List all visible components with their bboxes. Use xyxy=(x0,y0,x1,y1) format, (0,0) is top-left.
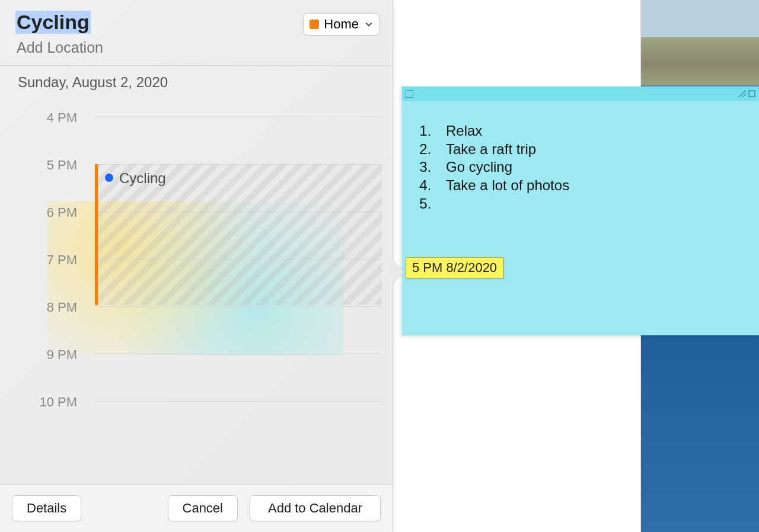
event-header: Cycling Home xyxy=(0,0,393,65)
resize-icon[interactable] xyxy=(739,90,746,97)
hour-row: 10 PM xyxy=(0,401,382,448)
add-to-calendar-button[interactable]: Add to Calendar xyxy=(250,495,381,521)
hour-label: 5 PM xyxy=(0,158,89,173)
list-item[interactable]: Relax xyxy=(435,122,741,140)
list-item[interactable]: Go cycling xyxy=(435,158,741,177)
event-date-line: Sunday, August 2, 2020 xyxy=(0,66,393,93)
calendar-select-dropdown[interactable]: Home xyxy=(303,13,380,36)
event-block-title: Cycling xyxy=(119,170,166,187)
calendar-select-label: Home xyxy=(324,17,359,32)
hour-row: 4 PM xyxy=(0,117,382,164)
location-input[interactable] xyxy=(15,39,255,57)
hour-gridline xyxy=(94,354,382,354)
event-block[interactable]: Cycling xyxy=(95,164,382,305)
hour-row: 9 PM xyxy=(0,354,382,401)
maximize-icon[interactable] xyxy=(748,90,755,97)
popover-footer: Details Cancel Add to Calendar xyxy=(0,484,393,532)
hour-label: 9 PM xyxy=(0,347,89,363)
hour-label: 7 PM xyxy=(0,252,89,268)
calendar-event-popover: Cycling Home Sunday, August 2, 2020 4 PM… xyxy=(0,0,393,532)
popover-arrow-icon xyxy=(393,261,404,283)
hour-label: 6 PM xyxy=(0,205,89,220)
hour-gridline xyxy=(94,117,382,117)
calendar-color-swatch-icon xyxy=(310,20,319,29)
stickies-body[interactable]: RelaxTake a raft tripGo cyclingTake a lo… xyxy=(402,101,759,219)
stickies-titlebar[interactable] xyxy=(402,86,759,101)
time-tooltip: 5 PM 8/2/2020 xyxy=(406,257,503,278)
list-item[interactable]: Take a raft trip xyxy=(435,140,741,159)
time-grid[interactable]: 4 PM5 PM6 PM7 PM8 PM9 PM10 PMCycling xyxy=(0,117,382,484)
list-item[interactable] xyxy=(435,195,741,213)
hour-gridline xyxy=(94,401,382,402)
hour-label: 10 PM xyxy=(0,395,89,410)
hour-gridline xyxy=(94,306,382,307)
stickies-note-window[interactable]: RelaxTake a raft tripGo cyclingTake a lo… xyxy=(402,86,759,335)
event-title-input[interactable]: Cycling xyxy=(15,11,91,34)
details-button[interactable]: Details xyxy=(12,495,81,521)
chevron-down-icon xyxy=(365,20,373,28)
list-item[interactable]: Take a lot of photos xyxy=(435,177,741,195)
svg-rect-0 xyxy=(749,91,755,97)
event-dot-icon xyxy=(105,174,113,182)
hour-label: 8 PM xyxy=(0,300,89,315)
close-icon[interactable] xyxy=(406,90,413,98)
hour-row: 8 PM xyxy=(0,306,382,354)
cancel-button[interactable]: Cancel xyxy=(168,495,238,521)
hour-label: 4 PM xyxy=(0,110,89,126)
